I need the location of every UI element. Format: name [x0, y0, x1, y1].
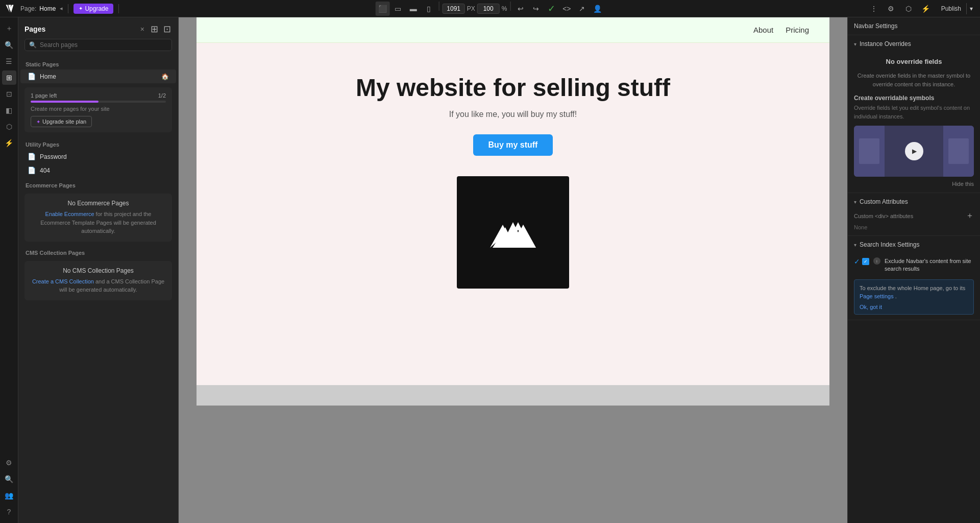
mobile-landscape-button[interactable]: ▬	[406, 2, 421, 16]
webflow-logo	[4, 3, 15, 14]
search-bottom-button[interactable]: 🔍	[2, 472, 16, 486]
enable-ecommerce-link[interactable]: Enable Ecommerce	[45, 211, 94, 217]
page-item-password[interactable]: 📄 Password	[20, 150, 176, 163]
extensions-button[interactable]: ⬡	[901, 2, 916, 16]
topbar-right: ⋮ ⚙ ⬡ ⚡ Publish ▾	[867, 2, 976, 16]
canvas-page: About Pricing My website for selling stu…	[197, 17, 829, 406]
width-display: PX %	[443, 2, 507, 16]
redo-button[interactable]: ↪	[529, 2, 543, 16]
page-item-404[interactable]: 📄 404	[20, 163, 176, 177]
upgrade-button[interactable]: Upgrade	[74, 4, 113, 14]
tablet-view-button[interactable]: ▭	[391, 2, 405, 16]
page-name-home: Home	[40, 73, 157, 80]
instance-overrides-section: ▾ Instance Overrides No override fields …	[848, 35, 980, 193]
pages-search-input[interactable]	[40, 41, 167, 49]
search-index-header[interactable]: ▾ Search Index Settings	[848, 236, 980, 253]
nav-link-pricing[interactable]: Pricing	[786, 26, 809, 34]
search-index-chevron: ▾	[854, 242, 856, 248]
save-indicator[interactable]: ✓	[544, 2, 558, 16]
nav-link-about[interactable]: About	[753, 26, 773, 34]
create-override-text: Override fields let you edit symbol's co…	[854, 104, 974, 121]
help-button[interactable]: ?	[2, 505, 16, 519]
navigator-button[interactable]: ☰	[2, 54, 16, 68]
code-view-button[interactable]: <>	[559, 2, 574, 16]
settings-icon-button[interactable]: ⚙	[2, 456, 16, 470]
static-pages-label: Static Pages	[18, 56, 178, 69]
pages-fraction: 1/2	[158, 92, 166, 99]
mobile-portrait-button[interactable]: ▯	[422, 2, 436, 16]
tooltip-suffix: .	[895, 293, 897, 299]
undo-button[interactable]: ↩	[513, 2, 528, 16]
page-label: Page:	[20, 5, 36, 12]
cms-box-title: No CMS Collection Pages	[31, 267, 166, 274]
hero-subtitle: If you like me, you will buy my stuff!	[449, 110, 577, 119]
page-settings-link[interactable]: Page settings	[860, 293, 894, 299]
search-index-checkbox-group: ✓	[854, 257, 869, 266]
pages-panel-header: Pages × ⊞ ⊡	[18, 17, 178, 39]
canvas-footer	[197, 385, 829, 406]
cms-button[interactable]: ⊡	[2, 87, 16, 101]
video-preview[interactable]	[854, 126, 974, 177]
no-override-text: Create override fields in the master sym…	[854, 72, 974, 88]
page-icon-home: 📄	[28, 73, 36, 80]
video-play-button[interactable]	[905, 142, 923, 160]
search-index-row: ✓ i Exclude Navbar's content from site s…	[854, 253, 974, 277]
lightning-button[interactable]: ⚡	[919, 2, 933, 16]
navbar-settings-header[interactable]: Navbar Settings	[848, 17, 980, 35]
custom-attributes-header[interactable]: ▾ Custom Attributes	[848, 193, 980, 210]
menu-button[interactable]: ⋮	[867, 2, 881, 16]
cta-button[interactable]: Buy my stuff	[473, 134, 553, 156]
current-page-name: Home	[39, 5, 56, 12]
thumb-card-left	[859, 138, 879, 164]
page-item-home[interactable]: 📄 Home 🏠	[20, 69, 176, 83]
add-folder-button[interactable]: ⊡	[162, 22, 172, 36]
instance-overrides-body: No override fields Create override field…	[848, 53, 980, 193]
users-button[interactable]: 👤	[590, 2, 604, 16]
publish-dropdown-arrow[interactable]: ▾	[966, 3, 976, 14]
search-sidebar-button[interactable]: 🔍	[2, 38, 16, 52]
publish-button[interactable]: Publish ▾	[936, 3, 976, 14]
create-override-title: Create overridable symbols	[854, 94, 974, 102]
width-input[interactable]	[443, 4, 465, 14]
assets-button[interactable]: ◧	[2, 103, 16, 117]
search-index-checkbox[interactable]	[862, 258, 869, 265]
video-thumb-left	[854, 126, 885, 177]
add-page-button[interactable]: ⊞	[150, 22, 159, 36]
custom-attrs-add-button[interactable]: ＋	[966, 210, 974, 221]
upgrade-description: Create more pages for your site	[31, 106, 166, 112]
add-element-button[interactable]: ＋	[2, 21, 16, 36]
thumb-card-right	[948, 138, 969, 164]
page-name-password: Password	[40, 153, 169, 160]
left-icon-sidebar: ＋ 🔍 ☰ ⊞ ⊡ ◧ ⬡ ⚡ ⚙ 🔍 👥 ?	[0, 17, 18, 523]
canvas-scroll[interactable]: About Pricing My website for selling stu…	[179, 17, 847, 523]
cms-box-text: Create a CMS Collection and a CMS Collec…	[31, 277, 166, 294]
home-icon: 🏠	[161, 73, 169, 80]
main-layout: ＋ 🔍 ☰ ⊞ ⊡ ◧ ⬡ ⚡ ⚙ 🔍 👥 ? Pages × ⊞ ⊡ 🔍 St…	[0, 17, 980, 523]
upgrade-site-plan-button[interactable]: Upgrade site plan	[31, 116, 92, 127]
search-index-tooltip: To exclude the whole Home page, go to it…	[854, 279, 974, 315]
logo-box	[457, 176, 569, 289]
hide-this-button[interactable]: Hide this	[952, 181, 974, 187]
utility-pages-label: Utility Pages	[18, 136, 178, 150]
canvas-hero-section: My website for selling stuff If you like…	[197, 43, 829, 385]
logo-svg	[482, 212, 544, 253]
desktop-view-button[interactable]: ⬛	[376, 2, 390, 16]
members-button[interactable]: 👥	[2, 488, 16, 503]
settings-button[interactable]: ⚙	[884, 2, 898, 16]
share-button[interactable]: ↗	[575, 2, 589, 16]
instance-overrides-header[interactable]: ▾ Instance Overrides	[848, 35, 980, 53]
topbar-center-controls: ⬛ ▭ ▬ ▯ PX % ↩ ↪ ✓ <> ↗ 👤	[376, 2, 605, 16]
pages-button[interactable]: ⊞	[2, 70, 16, 85]
ok-got-it-button[interactable]: Ok, got it	[860, 304, 882, 310]
hide-this-container: Hide this	[854, 180, 974, 187]
canvas-navbar: About Pricing	[197, 17, 829, 43]
logic-button[interactable]: ⚡	[2, 136, 16, 150]
create-cms-collection-link[interactable]: Create a CMS Collection	[32, 278, 94, 284]
search-index-info-icon: i	[873, 257, 880, 265]
zoom-input[interactable]	[477, 4, 500, 14]
components-button[interactable]: ⬡	[2, 120, 16, 134]
search-index-checkbox-label: Exclude Navbar's content from site searc…	[885, 257, 974, 273]
video-preview-inner	[854, 126, 974, 177]
pages-panel-close-button[interactable]: ×	[138, 24, 146, 34]
custom-attributes-section: ▾ Custom Attributes Custom <div> attribu…	[848, 193, 980, 236]
